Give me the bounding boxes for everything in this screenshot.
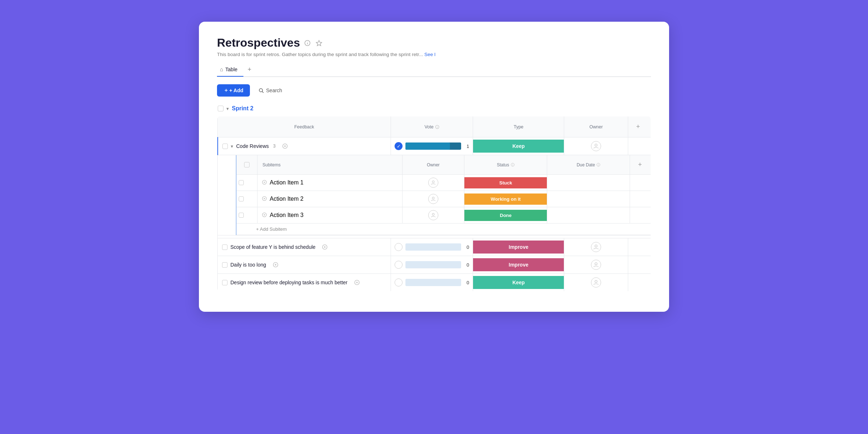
status-badge-working[interactable]: Working on it <box>464 193 547 205</box>
type-badge-code-reviews[interactable]: Keep <box>473 140 564 153</box>
th-sub-add: + <box>630 155 651 175</box>
add-column-button[interactable]: + <box>633 120 643 133</box>
sprint-checkbox[interactable] <box>218 106 224 111</box>
sub-add-owner-2[interactable] <box>262 196 267 202</box>
type-badge-scope[interactable]: Improve <box>473 241 564 254</box>
sub-duedate-cell-3 <box>547 207 630 224</box>
owner-cell-daily <box>564 256 628 274</box>
add-comment-button-scope[interactable] <box>318 242 331 252</box>
sub-owner-cell-1 <box>402 175 464 191</box>
subitems-table: Subitems Owner Status <box>237 155 651 235</box>
sub-checkbox-2[interactable] <box>239 196 244 201</box>
sub-checkbox-1[interactable] <box>239 180 244 185</box>
sub-extra-cell-3 <box>630 207 651 224</box>
plus-icon: ＋ <box>224 87 229 94</box>
page-title: Retrospectives <box>217 36 300 50</box>
feedback-cell-scope: Scope of feature Y is behind schedule <box>218 238 391 256</box>
svg-point-34 <box>595 245 597 247</box>
sub-extra-cell-1 <box>630 175 651 191</box>
status-badge-stuck[interactable]: Stuck <box>464 177 547 188</box>
sub-checkbox-cell-3 <box>237 207 257 224</box>
add-subitem-col-button[interactable]: + <box>635 158 645 171</box>
tabs-row: ⌂ Table + <box>217 63 651 77</box>
owner-avatar-code-reviews[interactable] <box>591 141 601 151</box>
add-subitem-row: + Add Subitem <box>237 224 651 235</box>
sub-name-cell-2: Action Item 2 <box>257 191 402 207</box>
th-sub-duedate: Due Date <box>547 155 630 175</box>
svg-point-26 <box>432 197 434 199</box>
owner-avatar-scope[interactable] <box>591 242 601 252</box>
row-checkbox-design[interactable] <box>222 280 227 285</box>
vote-circle-scope[interactable] <box>395 243 403 251</box>
subitems-header-row: Subitems Owner Status <box>237 155 651 175</box>
owner-avatar-daily[interactable] <box>591 260 601 270</box>
sub-checkbox-cell-2 <box>237 191 257 207</box>
sub-checkbox-3[interactable] <box>239 213 244 218</box>
star-button[interactable] <box>315 39 323 47</box>
type-cell-scope: Improve <box>473 238 564 256</box>
table-row: Scope of feature Y is behind schedule 0 <box>218 238 651 256</box>
vote-bar-empty-design <box>405 279 461 286</box>
feedback-cell-daily: Daily is too long <box>218 256 391 274</box>
th-feedback: Feedback <box>218 116 391 137</box>
add-comment-button-code-reviews[interactable] <box>278 141 292 151</box>
sub-avatar-1[interactable] <box>428 178 438 188</box>
sub-owner-cell-2 <box>402 191 464 207</box>
th-subitems: Subitems <box>257 155 402 175</box>
th-sub-status: Status <box>464 155 547 175</box>
sub-checkbox-cell-1 <box>237 175 257 191</box>
search-icon <box>259 88 264 93</box>
vote-cell-daily: 0 <box>391 256 473 274</box>
table-row: Design review before deploying tasks is … <box>218 274 651 292</box>
type-cell-code-reviews: Keep <box>473 137 564 155</box>
add-comment-button-design[interactable] <box>350 277 363 288</box>
sub-add-owner-3[interactable] <box>262 212 267 218</box>
info-button[interactable] <box>303 39 311 47</box>
th-type: Type <box>473 116 564 137</box>
sprint-expand-button[interactable]: ▾ <box>226 106 229 111</box>
add-subitem-cell: + Add Subitem <box>237 224 651 235</box>
sub-avatar-2[interactable] <box>428 194 438 204</box>
status-badge-done[interactable]: Done <box>464 210 547 221</box>
tab-table[interactable]: ⌂ Table <box>217 63 243 77</box>
svg-point-4 <box>259 88 263 92</box>
sprint-name: Sprint 2 <box>232 105 254 112</box>
svg-point-12 <box>595 144 597 146</box>
owner-avatar-design[interactable] <box>591 277 601 288</box>
sprint-section: ▾ Sprint 2 Feedback Vote Type <box>217 105 651 292</box>
row-checkbox-scope[interactable] <box>222 244 227 250</box>
table-row: ▾ Code Reviews 3 ✓ <box>218 137 651 155</box>
svg-marker-3 <box>316 40 322 46</box>
type-badge-daily[interactable]: Improve <box>473 258 564 271</box>
vote-cell-code-reviews: ✓ 1 <box>391 137 473 155</box>
subitem-row: Action Item 1 <box>237 175 651 191</box>
add-cell-scope <box>628 238 651 256</box>
search-button[interactable]: Search <box>254 85 287 96</box>
svg-point-8 <box>437 126 437 126</box>
sub-duedate-cell-2 <box>547 191 630 207</box>
row-checkbox-daily[interactable] <box>222 262 227 268</box>
sub-add-owner-1[interactable] <box>262 180 267 186</box>
vote-cell-scope: 0 <box>391 238 473 256</box>
toolbar: ＋ + Add Search <box>217 84 651 97</box>
add-subitem-button[interactable]: + Add Subitem <box>255 226 287 232</box>
type-badge-design[interactable]: Keep <box>473 276 564 289</box>
add-tab-button[interactable]: + <box>243 63 256 77</box>
see-more-link[interactable]: See l <box>424 52 435 57</box>
svg-point-18 <box>598 164 599 164</box>
row-checkbox-code-reviews[interactable] <box>222 144 228 149</box>
svg-point-15 <box>512 164 513 164</box>
svg-point-22 <box>432 181 434 183</box>
expand-code-reviews-button[interactable]: ▾ <box>231 144 233 149</box>
vote-circle-design[interactable] <box>395 278 403 286</box>
sub-name-cell-1: Action Item 1 <box>257 175 402 191</box>
feedback-cell-code-reviews: ▾ Code Reviews 3 <box>218 137 391 155</box>
sub-avatar-3[interactable] <box>428 210 438 220</box>
sub-owner-cell-3 <box>402 207 464 224</box>
add-comment-button-daily[interactable] <box>269 260 282 270</box>
feedback-cell-design: Design review before deploying tasks is … <box>218 274 391 292</box>
vote-check-icon[interactable]: ✓ <box>395 142 403 150</box>
vote-circle-daily[interactable] <box>395 261 403 269</box>
page-description: This board is for sprint retros. Gather … <box>217 52 651 57</box>
add-button[interactable]: ＋ + Add <box>217 84 250 97</box>
